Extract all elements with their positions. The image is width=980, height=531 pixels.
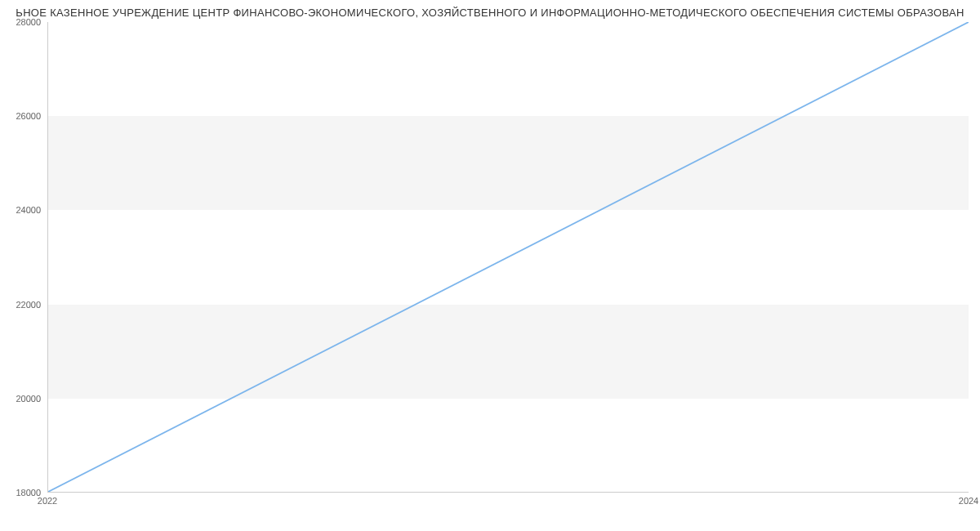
y-axis-tick: 18000 [0, 488, 41, 498]
series-line-layer [48, 22, 969, 492]
chart-title: ЬНОЕ КАЗЕННОЕ УЧРЕЖДЕНИЕ ЦЕНТР ФИНАНСОВО… [0, 7, 980, 19]
y-axis-tick: 24000 [0, 205, 41, 215]
x-axis-tick: 2022 [38, 496, 57, 506]
y-axis-tick: 20000 [0, 394, 41, 404]
y-axis-tick: 26000 [0, 111, 41, 121]
plot-area [47, 22, 969, 493]
series-line [48, 22, 969, 492]
y-axis-tick: 28000 [0, 17, 41, 27]
x-axis-tick: 2024 [959, 496, 978, 506]
y-axis-tick: 22000 [0, 300, 41, 310]
chart-container: 180002000022000240002600028000 20222024 [47, 22, 969, 493]
